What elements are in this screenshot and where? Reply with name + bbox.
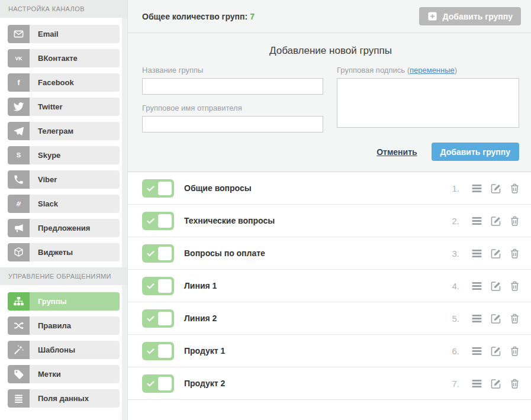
group-enabled-toggle[interactable] [142, 309, 174, 328]
sidebar-item-label: Twitter [30, 98, 63, 116]
edit-icon[interactable] [490, 215, 502, 227]
toggle-knob [158, 247, 172, 260]
group-enabled-toggle[interactable] [142, 179, 174, 198]
group-row: Линия 1 4. [128, 270, 531, 302]
menu-icon[interactable] [471, 377, 483, 390]
toggle-knob [158, 377, 172, 390]
add-group-button-top-label: Добавить группу [443, 12, 513, 21]
cancel-link[interactable]: Отменить [376, 147, 417, 157]
sidebar-item-label: Поля данных [30, 389, 89, 408]
sidebar-item-label: Предложения [30, 219, 90, 237]
signature-label: Групповая подпись (переменные) [337, 66, 519, 75]
sidebar-item[interactable]: Поля данных [8, 389, 120, 408]
email-icon [8, 25, 30, 43]
svg-text:S: S [17, 151, 21, 159]
shuffle-icon [8, 316, 30, 335]
sidebar-item[interactable]: # Slack [8, 195, 120, 213]
group-row: Вопросы по оплате 3. [128, 237, 531, 270]
trash-icon[interactable] [509, 377, 521, 390]
group-row-actions: 4. [452, 280, 521, 292]
group-order-number: 6. [452, 346, 459, 356]
sidebar-item[interactable]: Виджеты [8, 243, 120, 261]
group-enabled-toggle[interactable] [142, 374, 174, 393]
edit-icon[interactable] [490, 247, 502, 260]
viber-icon [8, 170, 30, 189]
variables-link[interactable]: переменные [410, 66, 455, 75]
menu-icon[interactable] [471, 182, 483, 195]
sidebar-item-label: Facebook [30, 73, 74, 92]
sidebar-item[interactable]: S Skype [8, 146, 120, 164]
topbar: Общее количество групп:7 Добавить группу [128, 0, 531, 33]
menu-icon[interactable] [471, 345, 483, 357]
sidebar-item-label: Виджеты [30, 243, 73, 261]
group-enabled-toggle[interactable] [142, 244, 174, 263]
toggle-knob [158, 214, 172, 228]
group-name: Линия 1 [184, 281, 217, 290]
sidebar-item[interactable]: VK ВКонтакте [8, 49, 120, 67]
megaphone-icon [8, 219, 30, 237]
group-enabled-toggle[interactable] [142, 277, 174, 295]
group-row: Общие вопросы 1. [128, 172, 531, 205]
group-row: Технические вопросы 2. [128, 205, 531, 237]
edit-icon[interactable] [490, 280, 502, 292]
menu-icon[interactable] [471, 312, 483, 325]
check-icon [146, 249, 155, 258]
sidebar-item[interactable]: Twitter [8, 98, 120, 116]
form-title: Добавление новой группы [142, 45, 519, 57]
trash-icon[interactable] [509, 312, 521, 325]
sidebar-item[interactable]: Правила [8, 316, 120, 335]
group-row-actions: 7. [452, 377, 521, 390]
sidebar-item[interactable]: Телеграм [8, 122, 120, 140]
sidebar-item-label: Шаблоны [30, 341, 75, 359]
trash-icon[interactable] [509, 280, 521, 292]
sidebar-item-label: Email [30, 25, 59, 43]
toggle-knob [158, 182, 172, 195]
trash-icon[interactable] [509, 345, 521, 357]
toggle-knob [158, 312, 172, 325]
toggle-knob [158, 279, 172, 293]
add-group-submit-button[interactable]: Добавить группу [432, 143, 519, 161]
cube-icon [8, 243, 30, 261]
check-icon [146, 379, 155, 388]
vk-icon: VK [8, 49, 30, 67]
sender-name-input[interactable] [142, 116, 323, 133]
trash-icon[interactable] [509, 182, 521, 195]
group-enabled-toggle[interactable] [142, 212, 174, 230]
group-name-input[interactable] [142, 78, 323, 95]
groups-total: Общее количество групп:7 [142, 12, 255, 21]
sidebar-item[interactable]: Email [8, 25, 120, 43]
sidebar-item[interactable]: f Facebook [8, 73, 120, 92]
sidebar-item[interactable]: Viber [8, 170, 120, 189]
add-group-form: Добавление новой группы Название группы … [128, 33, 531, 172]
group-order-number: 1. [452, 183, 459, 193]
group-name-label: Название группы [142, 66, 323, 75]
sidebar-item-label: Viber [30, 170, 57, 189]
sidebar-item[interactable]: Группы [8, 292, 120, 311]
slack-icon: # [8, 195, 30, 213]
sidebar-item[interactable]: Предложения [8, 219, 120, 237]
trash-icon[interactable] [509, 215, 521, 227]
sidebar-item-label: Правила [30, 316, 71, 335]
svg-text:VK: VK [15, 56, 22, 62]
group-order-number: 4. [452, 281, 459, 291]
sidebar-item[interactable]: Шаблоны [8, 341, 120, 359]
signature-textarea[interactable] [337, 78, 519, 128]
menu-icon[interactable] [471, 215, 483, 227]
menu-icon[interactable] [471, 280, 483, 292]
trash-icon[interactable] [509, 247, 521, 260]
svg-text:f: f [18, 79, 20, 87]
edit-icon[interactable] [490, 312, 502, 325]
group-name: Технические вопросы [184, 216, 275, 225]
edit-icon[interactable] [490, 345, 502, 357]
group-name: Продукт 2 [184, 379, 225, 388]
sidebar-item-label: ВКонтакте [30, 49, 78, 67]
edit-icon[interactable] [490, 377, 502, 390]
check-icon [146, 217, 155, 225]
group-enabled-toggle[interactable] [142, 342, 174, 360]
check-icon [146, 282, 155, 290]
sidebar-item[interactable]: Метки [8, 365, 120, 383]
add-group-button-top[interactable]: Добавить группу [419, 7, 521, 25]
edit-icon[interactable] [490, 182, 502, 195]
menu-icon[interactable] [471, 247, 483, 260]
group-row-actions: 2. [452, 215, 521, 227]
